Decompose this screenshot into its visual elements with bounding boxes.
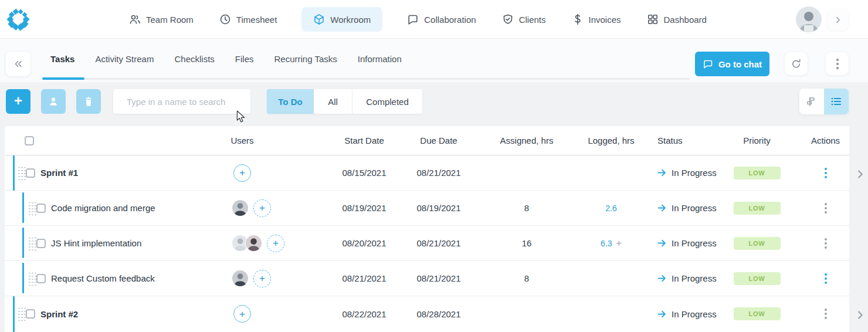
nav-item-timesheet[interactable]: Timesheet <box>218 7 278 32</box>
row-checkbox[interactable] <box>36 204 46 213</box>
grid-icon <box>647 13 659 25</box>
row-checkbox[interactable] <box>26 309 35 319</box>
sprint-name[interactable]: Sprint #1 <box>40 168 78 178</box>
tab-recurring-tasks[interactable]: Recurring Tasks <box>266 54 345 64</box>
filter-todo[interactable]: To Do <box>267 89 314 114</box>
cube-icon <box>313 13 325 25</box>
list-icon <box>830 96 842 107</box>
filter-all[interactable]: All <box>314 89 352 114</box>
assignee-avatar[interactable] <box>245 235 262 252</box>
priority-badge[interactable]: LOW <box>734 202 781 215</box>
tab-files[interactable]: Files <box>227 54 262 64</box>
due-date: 08/28/2021 <box>415 309 474 319</box>
priority-badge[interactable]: LOW <box>734 272 781 285</box>
row-checkbox[interactable] <box>36 239 46 248</box>
app-logo[interactable] <box>6 7 30 32</box>
table-row-task: Code migration and merge + 08/19/2021 08… <box>5 191 849 226</box>
nav-item-label: Invoices <box>589 15 621 25</box>
nav-expand-button[interactable] <box>827 9 849 31</box>
task-name[interactable]: Request Custom feedback <box>51 273 155 283</box>
priority-badge[interactable]: LOW <box>734 237 781 250</box>
nav-item-collaboration[interactable]: Collaboration <box>406 7 477 32</box>
logged-hrs[interactable]: 2.6 <box>605 204 616 213</box>
status-cell[interactable]: In Progress <box>643 273 726 283</box>
assigned-hrs: 8 <box>474 203 579 213</box>
task-color-bar <box>22 228 24 258</box>
priority-badge[interactable]: LOW <box>734 307 781 320</box>
sprint-color-bar <box>13 155 15 191</box>
add-user-button[interactable]: + <box>233 164 251 182</box>
row-actions-button[interactable] <box>825 242 827 245</box>
drag-handle[interactable] <box>18 165 26 181</box>
status-cell[interactable]: In Progress <box>643 168 726 178</box>
task-name[interactable]: JS Hint implementation <box>51 238 141 248</box>
status-cell[interactable]: In Progress <box>643 203 726 213</box>
collapse-sidebar-button[interactable] <box>6 52 30 76</box>
refresh-button[interactable] <box>785 52 808 75</box>
row-actions-button[interactable] <box>825 172 827 174</box>
sprint-name[interactable]: Sprint #2 <box>40 309 78 319</box>
top-navigation-bar: Team Room Timesheet Workroom Collaborati… <box>0 0 868 39</box>
add-task-button[interactable]: + <box>6 89 30 114</box>
column-header-priority: Priority <box>726 135 788 145</box>
tab-activity-stream[interactable]: Activity Stream <box>87 54 162 64</box>
tab-information[interactable]: Information <box>350 54 410 64</box>
nav-item-label: Collaboration <box>424 15 476 25</box>
nav-item-clients[interactable]: Clients <box>501 7 547 32</box>
nav-item-label: Team Room <box>146 15 194 25</box>
chat-bubble-icon <box>703 59 713 69</box>
tab-checklists[interactable]: Checklists <box>166 54 222 64</box>
due-date: 08/19/2021 <box>415 203 474 213</box>
drag-handle[interactable] <box>28 271 36 286</box>
row-checkbox[interactable] <box>36 274 46 283</box>
person-icon <box>48 96 59 107</box>
expand-sprint-1-chevron[interactable] <box>855 169 866 179</box>
plus-icon: + <box>14 94 22 108</box>
due-date: 08/21/2021 <box>415 273 474 283</box>
user-avatar[interactable] <box>796 6 822 32</box>
nav-item-workroom[interactable]: Workroom <box>301 7 382 32</box>
drag-handle[interactable] <box>28 201 36 216</box>
priority-badge[interactable]: LOW <box>734 167 781 179</box>
row-actions-button[interactable] <box>825 207 827 209</box>
status-cell[interactable]: In Progress <box>643 309 726 319</box>
status-cell[interactable]: In Progress <box>643 238 726 248</box>
add-user-button[interactable]: + <box>253 270 271 287</box>
row-actions-button[interactable] <box>825 277 827 280</box>
chevron-right-icon <box>834 16 842 24</box>
row-checkbox[interactable] <box>26 168 35 178</box>
assignee-avatar[interactable] <box>232 270 249 287</box>
sprint-color-bar <box>13 296 15 332</box>
expand-sprint-2-chevron[interactable] <box>855 310 866 320</box>
list-view-button[interactable] <box>824 89 849 114</box>
select-all-checkbox[interactable] <box>25 136 34 145</box>
filter-by-assignee-button[interactable] <box>41 89 66 114</box>
logged-hrs[interactable]: 6.3 <box>601 239 612 248</box>
task-name[interactable]: Code migration and merge <box>51 203 155 213</box>
assignee-avatar[interactable] <box>232 199 249 216</box>
add-user-button[interactable]: + <box>253 199 271 217</box>
filter-completed[interactable]: Completed <box>352 89 422 114</box>
add-user-button[interactable]: + <box>267 235 284 252</box>
task-color-bar <box>22 192 24 223</box>
assigned-hrs: 8 <box>474 273 579 283</box>
more-options-button[interactable] <box>826 52 849 75</box>
main-menu: Team Room Timesheet Workroom Collaborati… <box>128 0 708 39</box>
go-to-chat-button[interactable]: Go to chat <box>695 52 769 76</box>
status-label: In Progress <box>672 309 717 319</box>
nav-item-label: Workroom <box>330 15 371 25</box>
nav-item-team-room[interactable]: Team Room <box>128 7 195 32</box>
drag-handle[interactable] <box>18 306 26 321</box>
tab-tasks[interactable]: Tasks <box>42 54 83 64</box>
nav-item-dashboard[interactable]: Dashboard <box>646 7 708 32</box>
arrow-right-icon <box>657 239 666 248</box>
double-chevron-left-icon <box>13 59 23 69</box>
delete-button[interactable] <box>76 89 101 114</box>
nav-item-invoices[interactable]: Invoices <box>571 7 622 32</box>
row-actions-button[interactable] <box>825 313 827 315</box>
add-logged-time-button[interactable]: + <box>616 239 622 248</box>
gantt-view-button[interactable] <box>799 89 824 114</box>
search-input[interactable] <box>127 97 243 107</box>
add-user-button[interactable]: + <box>233 305 251 323</box>
drag-handle[interactable] <box>28 236 36 251</box>
